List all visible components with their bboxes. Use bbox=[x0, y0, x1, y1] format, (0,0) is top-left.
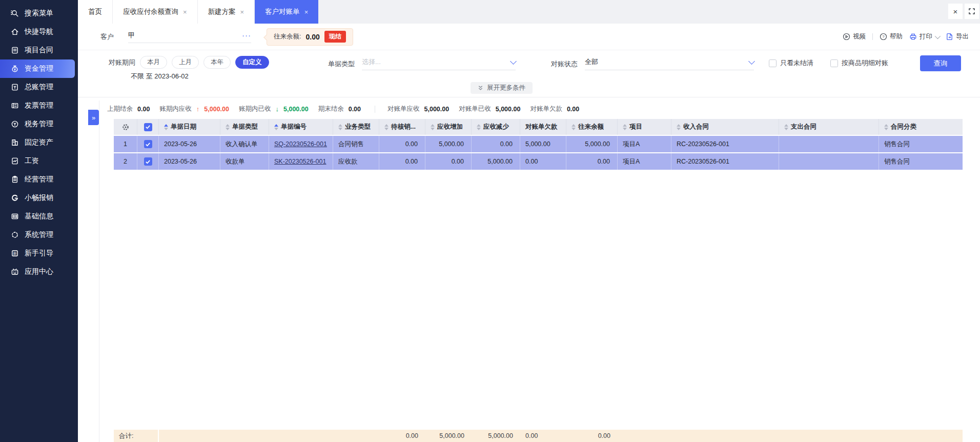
column-header-contract-category[interactable]: 合同分类 bbox=[879, 119, 963, 135]
checkbox-by-product[interactable]: 按商品明细对账 bbox=[830, 58, 888, 68]
tab-home[interactable]: 首页 bbox=[78, 0, 113, 24]
sidebar-item-label: 小畅报销 bbox=[25, 193, 53, 203]
column-header-doc-no[interactable]: 单据编号 bbox=[269, 119, 333, 135]
search-icon bbox=[10, 9, 19, 18]
sidebar: 搜索菜单 快捷导航 项目合同 资金管理 总账管理 发票管理 税务管理 固定资产 bbox=[0, 0, 78, 442]
tab-close-icon[interactable]: × bbox=[183, 9, 187, 15]
tab-label: 应收应付余额查询 bbox=[123, 7, 178, 16]
column-header-ar-increase[interactable]: 应收增加 bbox=[425, 119, 472, 135]
column-header-doc-type[interactable]: 单据类型 bbox=[220, 119, 269, 135]
export-button[interactable]: 导出 bbox=[946, 32, 969, 41]
cell-doc-no: SK-20230526-001 bbox=[269, 153, 333, 170]
sidebar-item-newbie-guide[interactable]: 新 新手引导 bbox=[0, 244, 78, 263]
status-value: 全部 bbox=[585, 57, 598, 67]
app-window: 搜索菜单 快捷导航 项目合同 资金管理 总账管理 发票管理 税务管理 固定资产 bbox=[0, 0, 980, 442]
panel-expand-button[interactable]: » bbox=[88, 110, 99, 125]
customer-field[interactable]: 甲 ··· bbox=[128, 31, 251, 43]
doc-type-placeholder: 选择... bbox=[362, 57, 381, 67]
tab-customer-statement[interactable]: 客户对账单 × bbox=[255, 0, 318, 24]
tab-balance-query[interactable]: 应收应付余额查询 × bbox=[113, 0, 198, 24]
close-icon[interactable]: × bbox=[948, 4, 963, 19]
cell-balance: 0.00 bbox=[566, 153, 618, 170]
cell-biz-type: 合同销售 bbox=[333, 136, 379, 152]
status-select[interactable]: 全部 bbox=[585, 57, 754, 70]
column-header-income-contract[interactable]: 收入合同 bbox=[671, 119, 779, 135]
period-range-value[interactable]: 不限 至 2023-06-02 bbox=[131, 72, 189, 81]
help-button[interactable]: ? 帮助 bbox=[880, 32, 903, 41]
sidebar-item-label: 应用中心 bbox=[25, 267, 53, 276]
sidebar-item-fixed-assets[interactable]: 固定资产 bbox=[0, 133, 78, 152]
main-area: 首页 应收应付余额查询 × 新建方案 × 客户对账单 × × 客户 甲 bbox=[78, 0, 980, 442]
cell-project: 项目A bbox=[618, 153, 671, 170]
table-header-row: 单据日期 单据类型 单据编号 业务类型 待核销... 应收增加 应收减少 对账单… bbox=[114, 119, 963, 135]
sidebar-item-label: 系统管理 bbox=[25, 230, 53, 239]
panel-divider bbox=[99, 101, 99, 442]
chevron-down-icon bbox=[748, 58, 755, 65]
period-option-this-year[interactable]: 本年 bbox=[203, 56, 231, 69]
column-header-expense-contract[interactable]: 支出合同 bbox=[779, 119, 879, 135]
print-button[interactable]: 打印 bbox=[909, 32, 939, 41]
tab-label: 客户对账单 bbox=[265, 7, 300, 16]
doc-type-select[interactable]: 选择... bbox=[362, 57, 516, 70]
tab-new-plan[interactable]: 新建方案 × bbox=[198, 0, 255, 24]
sidebar-item-search-menu[interactable]: 搜索菜单 bbox=[0, 4, 78, 23]
sidebar-item-invoice[interactable]: 发票管理 bbox=[0, 96, 78, 115]
fullscreen-icon[interactable] bbox=[965, 4, 979, 19]
column-header-biz-type[interactable]: 业务类型 bbox=[333, 119, 379, 135]
sidebar-item-base-info[interactable]: 基础信息 bbox=[0, 207, 78, 226]
summary-label: 期末结余 bbox=[318, 105, 344, 113]
cell-project: 项目A bbox=[618, 136, 671, 152]
checkbox-icon[interactable] bbox=[830, 59, 838, 67]
column-header-doc-date[interactable]: 单据日期 bbox=[159, 119, 220, 135]
tab-close-icon[interactable]: × bbox=[304, 9, 309, 15]
video-button[interactable]: 视频 bbox=[843, 32, 866, 41]
sidebar-item-expense[interactable]: 小畅报销 bbox=[0, 189, 78, 207]
doc-type-filter: 单据类型 选择... bbox=[328, 57, 516, 70]
status-badge: 现结 bbox=[324, 31, 346, 43]
row-checkbox[interactable] bbox=[137, 136, 159, 152]
period-option-custom[interactable]: 自定义 bbox=[235, 56, 269, 69]
column-header-balance[interactable]: 往来余额 bbox=[566, 119, 618, 135]
tab-close-icon[interactable]: × bbox=[240, 9, 244, 15]
cell-biz-type: 应收款 bbox=[333, 153, 379, 170]
sidebar-item-quick-nav[interactable]: 快捷导航 bbox=[0, 23, 78, 41]
checkbox-unsettled[interactable]: 只看未结清 bbox=[769, 58, 813, 68]
cell-income-contract: RC-20230526-001 bbox=[671, 153, 779, 170]
column-settings-gear-icon[interactable] bbox=[114, 119, 137, 135]
column-header-stmt-debt[interactable]: 对账单欠款 bbox=[520, 119, 566, 135]
sidebar-item-system-mgmt[interactable]: 系统管理 bbox=[0, 226, 78, 244]
total-ar-increase: 5,000.00 bbox=[425, 430, 472, 442]
checkbox-icon[interactable] bbox=[769, 59, 777, 67]
summary-label: 对账单已收 bbox=[459, 105, 491, 113]
doc-no-link[interactable]: SQ-20230526-001 bbox=[274, 140, 327, 148]
query-button[interactable]: 查询 bbox=[920, 55, 961, 71]
summary-value: 0.00 bbox=[567, 106, 579, 113]
table-row[interactable]: 1 2023-05-26 收入确认单 SQ-20230526-001 合同销售 … bbox=[114, 136, 963, 152]
summary-label: 上期结余 bbox=[107, 105, 133, 113]
sidebar-item-app-center[interactable]: 应用中心 bbox=[0, 263, 78, 281]
sidebar-item-salary[interactable]: 工资 bbox=[0, 152, 78, 170]
column-header-ar-decrease[interactable]: 应收减少 bbox=[472, 119, 520, 135]
sidebar-item-label: 搜索菜单 bbox=[25, 9, 53, 18]
select-all-checkbox[interactable] bbox=[137, 119, 159, 135]
statement-header: 客户 甲 ··· 往来余额: 0.00 现结 视频 ? 帮助 bbox=[78, 24, 980, 50]
row-checkbox[interactable] bbox=[137, 153, 159, 170]
expand-more-button[interactable]: 展开更多条件 bbox=[471, 82, 533, 94]
doc-no-link[interactable]: SK-20230526-001 bbox=[274, 158, 326, 165]
sidebar-item-funds[interactable]: 资金管理 bbox=[0, 59, 75, 78]
table-row[interactable]: 2 2023-05-26 收款单 SK-20230526-001 应收款 0.0… bbox=[114, 153, 963, 170]
sidebar-item-tax[interactable]: 税务管理 bbox=[0, 115, 78, 133]
sidebar-item-business-mgmt[interactable]: 经营管理 bbox=[0, 170, 78, 189]
ellipsis-icon[interactable]: ··· bbox=[242, 33, 251, 37]
column-header-project[interactable]: 项目 bbox=[618, 119, 671, 135]
period-option-this-month[interactable]: 本月 bbox=[140, 56, 167, 69]
sidebar-item-general-ledger[interactable]: 总账管理 bbox=[0, 78, 78, 96]
customer-value: 甲 bbox=[128, 31, 135, 40]
row-index: 1 bbox=[114, 136, 137, 152]
sidebar-item-project-contract[interactable]: 项目合同 bbox=[0, 41, 78, 59]
app-center-icon bbox=[10, 268, 19, 276]
period-option-last-month[interactable]: 上月 bbox=[172, 56, 199, 69]
summary-value: 0.00 bbox=[137, 106, 150, 113]
column-header-pending[interactable]: 待核销... bbox=[379, 119, 425, 135]
balance-value: 0.00 bbox=[305, 33, 319, 41]
